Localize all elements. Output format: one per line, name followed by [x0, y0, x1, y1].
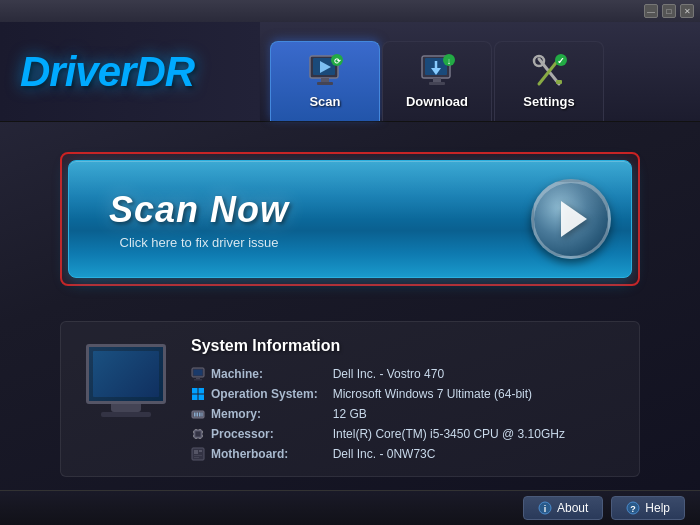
- motherboard-label: Motherboard:: [211, 447, 288, 461]
- svg-rect-31: [197, 413, 199, 417]
- download-tab-label: Download: [406, 94, 468, 109]
- os-icon: [191, 387, 205, 401]
- settings-tab-label: Settings: [523, 94, 574, 109]
- svg-rect-32: [199, 413, 201, 417]
- maximize-button[interactable]: □: [662, 4, 676, 18]
- memory-value: 12 GB: [333, 407, 619, 421]
- pc-monitor: [81, 337, 171, 417]
- nav-tabs: ⟳ Scan: [260, 22, 700, 121]
- download-icon-svg: ↓: [417, 54, 457, 89]
- header: DriverDR ⟳: [0, 22, 700, 122]
- memory-label: Memory:: [211, 407, 261, 421]
- svg-text:↓: ↓: [447, 56, 452, 66]
- about-icon: i: [538, 501, 552, 515]
- scan-arrow-button[interactable]: [531, 179, 611, 259]
- close-button[interactable]: ✕: [680, 4, 694, 18]
- svg-rect-30: [194, 413, 196, 417]
- memory-icon: [191, 407, 205, 421]
- svg-text:⟳: ⟳: [334, 57, 341, 66]
- main-content: Scan Now Click here to fix driver issue …: [0, 122, 700, 507]
- processor-label-cell: Processor:: [191, 427, 333, 441]
- svg-text:✓: ✓: [557, 56, 565, 66]
- scan-icon-svg: ⟳: [305, 54, 345, 89]
- svg-rect-45: [194, 450, 198, 454]
- scan-text-area: Scan Now Click here to fix driver issue: [109, 189, 289, 250]
- motherboard-value: Dell Inc. - 0NW73C: [333, 447, 619, 461]
- svg-rect-3: [321, 78, 329, 82]
- svg-rect-46: [199, 450, 202, 452]
- svg-rect-47: [194, 455, 202, 456]
- title-bar: — □ ✕: [0, 0, 700, 22]
- machine-label-cell: Machine:: [191, 367, 333, 381]
- svg-text:i: i: [544, 504, 547, 514]
- machine-icon: [191, 367, 205, 381]
- logo-area: DriverDR: [0, 22, 260, 121]
- settings-tab-icon: ✓: [529, 54, 569, 89]
- svg-rect-4: [317, 82, 333, 85]
- monitor-base: [101, 412, 151, 417]
- svg-rect-33: [202, 413, 203, 417]
- pc-graphic: [81, 337, 171, 461]
- window-controls: — □ ✕: [644, 4, 694, 18]
- svg-text:?: ?: [631, 504, 637, 514]
- os-value: Microsoft Windows 7 Ultimate (64-bit): [333, 387, 619, 401]
- about-label: About: [557, 501, 588, 515]
- svg-rect-48: [194, 457, 199, 458]
- svg-rect-11: [433, 78, 441, 82]
- svg-rect-27: [192, 395, 198, 401]
- system-info-left: System Information Machine: Dell Inc. - …: [191, 337, 619, 461]
- scan-arrow-icon: [561, 201, 587, 237]
- system-info-section: System Information Machine: Dell Inc. - …: [60, 321, 640, 477]
- machine-value: Dell Inc. - Vostro 470: [333, 367, 619, 381]
- svg-rect-26: [199, 388, 205, 394]
- scan-button-container: Scan Now Click here to fix driver issue: [60, 152, 640, 286]
- settings-icon-svg: ✓: [529, 54, 569, 89]
- scan-main-text: Scan Now: [109, 189, 289, 231]
- motherboard-icon: [191, 447, 205, 461]
- bottom-bar: i About ? Help: [0, 490, 700, 525]
- system-info-title: System Information: [191, 337, 619, 355]
- scan-sub-text: Click here to fix driver issue: [109, 235, 289, 250]
- svg-rect-18: [556, 80, 562, 84]
- motherboard-label-cell: Motherboard:: [191, 447, 333, 461]
- processor-label: Processor:: [211, 427, 274, 441]
- info-table: Machine: Dell Inc. - Vostro 470 Operatio…: [191, 367, 619, 461]
- about-button[interactable]: i About: [523, 496, 603, 520]
- help-icon: ?: [626, 501, 640, 515]
- memory-label-cell: Memory:: [191, 407, 333, 421]
- scan-tab-icon: ⟳: [305, 54, 345, 89]
- svg-rect-35: [196, 432, 201, 437]
- help-label: Help: [645, 501, 670, 515]
- svg-rect-28: [199, 395, 205, 401]
- monitor-screen: [86, 344, 166, 404]
- tab-download[interactable]: ↓ Download: [382, 41, 492, 121]
- download-tab-icon: ↓: [417, 54, 457, 89]
- svg-rect-12: [429, 82, 445, 85]
- os-label-cell: Operation System:: [191, 387, 333, 401]
- machine-label: Machine:: [211, 367, 263, 381]
- help-button[interactable]: ? Help: [611, 496, 685, 520]
- app-logo: DriverDR: [20, 48, 194, 96]
- tab-settings[interactable]: ✓ Settings: [494, 41, 604, 121]
- app-container: DriverDR ⟳: [0, 22, 700, 525]
- minimize-button[interactable]: —: [644, 4, 658, 18]
- svg-rect-24: [194, 379, 202, 381]
- svg-rect-23: [196, 377, 200, 379]
- processor-icon: [191, 427, 205, 441]
- scan-now-button[interactable]: Scan Now Click here to fix driver issue: [68, 160, 632, 278]
- monitor-stand: [111, 404, 141, 412]
- processor-value: Intel(R) Core(TM) i5-3450 CPU @ 3.10GHz: [333, 427, 619, 441]
- svg-rect-22: [194, 370, 203, 376]
- svg-rect-25: [192, 388, 198, 394]
- scan-tab-label: Scan: [309, 94, 340, 109]
- tab-scan[interactable]: ⟳ Scan: [270, 41, 380, 121]
- os-label: Operation System:: [211, 387, 318, 401]
